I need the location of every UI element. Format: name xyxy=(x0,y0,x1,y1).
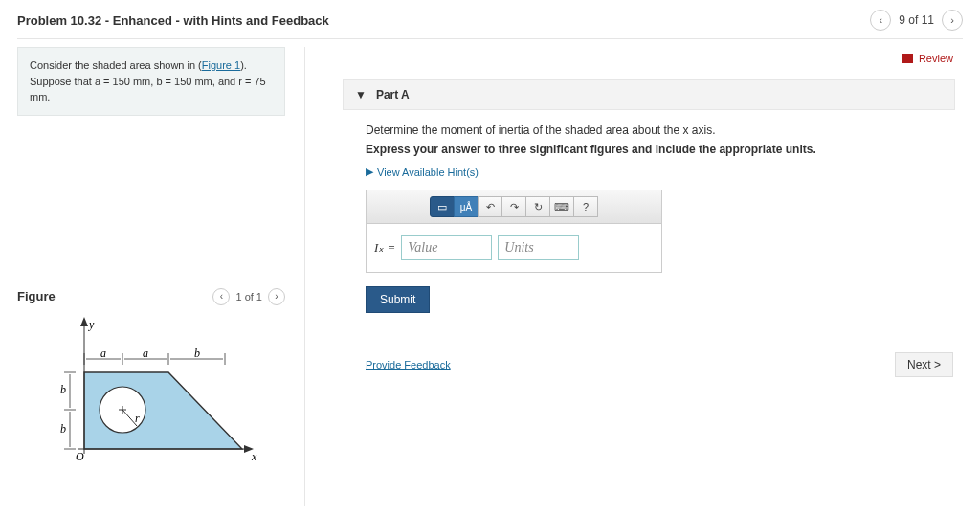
flag-icon xyxy=(902,54,913,63)
svg-text:b: b xyxy=(60,383,66,396)
prev-problem-button[interactable]: ‹ xyxy=(870,10,891,31)
svg-text:r: r xyxy=(135,412,140,425)
caret-right-icon: ▶ xyxy=(366,166,373,178)
part-label: Part A xyxy=(376,88,410,101)
svg-text:b: b xyxy=(60,422,66,436)
keyboard-button[interactable]: ⌨ xyxy=(549,196,574,217)
figure-pager-text: 1 of 1 xyxy=(235,291,262,302)
figure-pager: ‹ 1 of 1 › xyxy=(212,288,285,305)
template-button[interactable]: ▭ xyxy=(430,196,455,217)
review-link[interactable]: Review xyxy=(343,53,953,64)
svg-marker-6 xyxy=(80,317,88,326)
next-figure-button[interactable]: › xyxy=(268,288,285,305)
svg-text:y: y xyxy=(88,318,95,331)
problem-statement: Consider the shaded area shown in (Figur… xyxy=(17,47,285,116)
figure-link[interactable]: Figure 1 xyxy=(202,59,240,71)
symbols-button[interactable]: μÅ xyxy=(454,196,479,217)
svg-text:a: a xyxy=(100,347,106,360)
figure-canvas: y x O a a b b b r xyxy=(17,315,285,482)
part-header[interactable]: ▼ Part A xyxy=(343,79,955,110)
problem-title: Problem 10.32 - Enhanced - with Hints an… xyxy=(17,13,329,28)
divider xyxy=(17,38,963,39)
svg-text:b: b xyxy=(194,347,200,360)
redo-button[interactable]: ↷ xyxy=(501,196,526,217)
svg-text:x: x xyxy=(251,450,257,463)
prev-figure-button[interactable]: ‹ xyxy=(212,288,230,305)
view-hints[interactable]: ▶ View Available Hint(s) xyxy=(366,166,957,178)
question-line-2: Express your answer to three significant… xyxy=(366,143,957,156)
answer-toolbar: ▭ μÅ ↶ ↷ ↻ ⌨ ? xyxy=(367,190,661,224)
svg-text:a: a xyxy=(143,347,148,360)
units-input[interactable]: Units xyxy=(498,235,579,260)
reset-button[interactable]: ↻ xyxy=(525,196,550,217)
undo-button[interactable]: ↶ xyxy=(478,196,502,217)
provide-feedback-link[interactable]: Provide Feedback xyxy=(366,359,451,370)
problem-pager-text: 9 of 11 xyxy=(899,13,934,27)
caret-down-icon: ▼ xyxy=(355,88,367,101)
question-line-1: Determine the moment of inertia of the s… xyxy=(366,123,957,137)
figure-title: Figure xyxy=(17,289,56,303)
help-button[interactable]: ? xyxy=(573,196,598,217)
answer-box: ▭ μÅ ↶ ↷ ↻ ⌨ ? Iₓ = Value Units xyxy=(366,190,662,273)
answer-lhs: Iₓ = xyxy=(374,240,395,256)
svg-text:O: O xyxy=(76,450,84,463)
problem-pager: ‹ 9 of 11 › xyxy=(870,10,963,31)
next-button[interactable]: Next > xyxy=(895,352,953,377)
submit-button[interactable]: Submit xyxy=(366,286,430,313)
value-input[interactable]: Value xyxy=(401,235,492,260)
next-problem-button[interactable]: › xyxy=(942,10,963,31)
